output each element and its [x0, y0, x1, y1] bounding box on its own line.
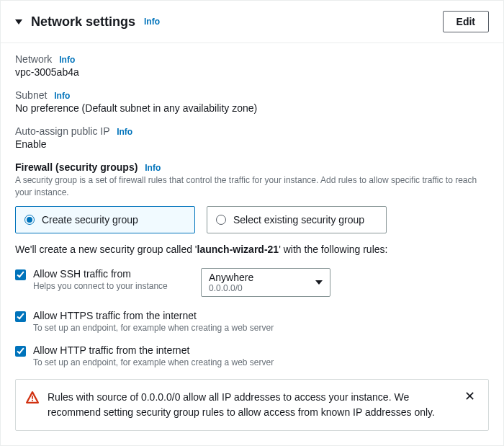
- warning-icon: [26, 391, 39, 406]
- chevron-down-icon: [315, 280, 323, 285]
- allow-ssh-label: Allow SSH traffic from: [33, 268, 168, 280]
- ssh-source-select[interactable]: Anywhere 0.0.0.0/0: [201, 268, 330, 297]
- ssh-source-label: Anywhere: [209, 272, 323, 283]
- ssh-source-cidr: 0.0.0.0/0: [209, 283, 323, 293]
- sg-name: launch-wizard-21: [197, 244, 279, 255]
- allow-https-checkbox[interactable]: [15, 311, 26, 322]
- allow-http-checkbox[interactable]: [15, 346, 26, 357]
- firewall-desc: A security group is a set of firewall ru…: [15, 174, 489, 199]
- info-link-header[interactable]: Info: [144, 17, 160, 27]
- info-link-subnet[interactable]: Info: [54, 91, 70, 101]
- public-ip-label: Auto-assign public IP Info: [15, 125, 489, 137]
- network-value: vpc-3005ab4a: [15, 66, 489, 78]
- open-cidr-warning: Rules with source of 0.0.0.0/0 allow all…: [15, 379, 489, 431]
- allow-http-row: Allow HTTP traffic from the internet To …: [15, 344, 489, 367]
- sg-mode-tiles: Create security group Select existing se…: [15, 206, 489, 233]
- network-settings-panel: Network settings Info Edit Network Info …: [0, 0, 504, 446]
- panel-header-left[interactable]: Network settings Info: [15, 14, 160, 30]
- create-sg-label: Create security group: [42, 214, 138, 226]
- allow-ssh-hint: Helps you connect to your instance: [33, 281, 168, 291]
- svg-rect-0: [32, 396, 33, 399]
- allow-http-hint: To set up an endpoint, for example when …: [33, 357, 274, 367]
- allow-https-row: Allow HTTPS traffic from the internet To…: [15, 310, 489, 333]
- info-link-firewall[interactable]: Info: [145, 163, 161, 173]
- panel-body: Network Info vpc-3005ab4a Subnet Info No…: [1, 43, 503, 445]
- sg-sentence: We'll create a new security group called…: [15, 244, 489, 255]
- collapse-caret-icon: [15, 19, 22, 24]
- edit-button[interactable]: Edit: [443, 11, 489, 32]
- svg-rect-1: [32, 399, 33, 401]
- info-link-public-ip[interactable]: Info: [117, 127, 132, 137]
- create-sg-tile[interactable]: Create security group: [15, 206, 195, 233]
- radio-unselected-icon: [216, 215, 226, 225]
- public-ip-value: Enable: [15, 138, 489, 150]
- subnet-label: Subnet Info: [15, 89, 489, 101]
- close-icon[interactable]: ✕: [462, 390, 478, 403]
- allow-ssh-row: Allow SSH traffic from Helps you connect…: [15, 268, 489, 297]
- allow-https-hint: To set up an endpoint, for example when …: [33, 323, 274, 333]
- firewall-section: Firewall (security groups) Info A securi…: [15, 161, 489, 431]
- warning-text: Rules with source of 0.0.0.0/0 allow all…: [48, 390, 453, 420]
- allow-https-label: Allow HTTPS traffic from the internet: [33, 310, 274, 321]
- select-sg-label: Select existing security group: [233, 214, 364, 226]
- allow-ssh-checkbox[interactable]: [15, 269, 26, 280]
- network-label: Network Info: [15, 53, 489, 65]
- radio-selected-icon: [24, 215, 35, 225]
- firewall-title: Firewall (security groups): [15, 161, 138, 173]
- info-link-network[interactable]: Info: [59, 55, 75, 65]
- subnet-value: No preference (Default subnet in any ava…: [15, 102, 489, 114]
- allow-http-label: Allow HTTP traffic from the internet: [33, 344, 274, 356]
- panel-title: Network settings: [31, 14, 135, 30]
- select-sg-tile[interactable]: Select existing security group: [207, 206, 387, 233]
- panel-header: Network settings Info Edit: [1, 1, 503, 43]
